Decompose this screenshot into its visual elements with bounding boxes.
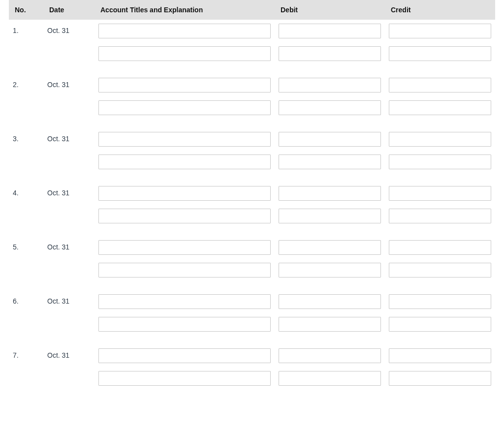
debit-input[interactable] [279, 100, 381, 115]
credit-input[interactable] [389, 348, 491, 363]
entry-date: Oct. 31 [43, 290, 94, 313]
credit-input[interactable] [389, 371, 491, 386]
entry-no [9, 151, 43, 173]
cell-credit [385, 236, 495, 259]
credit-input[interactable] [389, 317, 491, 332]
account-title-input[interactable] [98, 154, 271, 169]
account-title-input[interactable] [98, 186, 271, 201]
table-row: 3.Oct. 31 [9, 128, 495, 151]
credit-input[interactable] [389, 78, 491, 93]
account-title-input[interactable] [98, 371, 271, 386]
cell-credit [385, 313, 495, 336]
cell-account [94, 236, 275, 259]
cell-account [94, 367, 275, 390]
cell-account [94, 259, 275, 281]
entry-no [9, 367, 43, 390]
table-row [9, 259, 495, 281]
credit-input[interactable] [389, 294, 491, 309]
debit-input[interactable] [279, 294, 381, 309]
table-row [9, 313, 495, 336]
entry-no: 1. [9, 20, 43, 42]
debit-input[interactable] [279, 209, 381, 223]
account-title-input[interactable] [98, 294, 271, 309]
debit-input[interactable] [279, 317, 381, 332]
table-row: 2.Oct. 31 [9, 74, 495, 96]
entry-date: Oct. 31 [43, 236, 94, 259]
debit-input[interactable] [279, 46, 381, 61]
cell-credit [385, 42, 495, 65]
cell-account [94, 96, 275, 119]
entry-no [9, 313, 43, 336]
cell-debit [275, 290, 385, 313]
entry-date [43, 205, 94, 227]
cell-account [94, 42, 275, 65]
entry-date [43, 367, 94, 390]
account-title-input[interactable] [98, 317, 271, 332]
cell-debit [275, 205, 385, 227]
entry-spacer [9, 119, 495, 128]
cell-credit [385, 182, 495, 205]
credit-input[interactable] [389, 100, 491, 115]
table-row [9, 367, 495, 390]
table-row [9, 205, 495, 227]
header-account: Account Titles and Explanation [94, 0, 275, 20]
debit-input[interactable] [279, 132, 381, 147]
entry-date: Oct. 31 [43, 344, 94, 367]
credit-input[interactable] [389, 186, 491, 201]
debit-input[interactable] [279, 371, 381, 386]
cell-account [94, 20, 275, 42]
debit-input[interactable] [279, 154, 381, 169]
entry-spacer [9, 65, 495, 74]
account-title-input[interactable] [98, 132, 271, 147]
credit-input[interactable] [389, 240, 491, 255]
account-title-input[interactable] [98, 78, 271, 93]
debit-input[interactable] [279, 240, 381, 255]
account-title-input[interactable] [98, 24, 271, 38]
cell-debit [275, 259, 385, 281]
credit-input[interactable] [389, 24, 491, 38]
cell-account [94, 205, 275, 227]
credit-input[interactable] [389, 154, 491, 169]
debit-input[interactable] [279, 24, 381, 38]
debit-input[interactable] [279, 186, 381, 201]
cell-credit [385, 290, 495, 313]
credit-input[interactable] [389, 209, 491, 223]
credit-input[interactable] [389, 46, 491, 61]
entry-no: 7. [9, 344, 43, 367]
entry-no: 5. [9, 236, 43, 259]
account-title-input[interactable] [98, 263, 271, 278]
entry-no: 6. [9, 290, 43, 313]
cell-credit [385, 205, 495, 227]
entry-date [43, 151, 94, 173]
header-no: No. [9, 0, 43, 20]
entry-no [9, 42, 43, 65]
entry-date [43, 96, 94, 119]
entry-spacer [9, 281, 495, 290]
entry-no [9, 205, 43, 227]
account-title-input[interactable] [98, 46, 271, 61]
account-title-input[interactable] [98, 348, 271, 363]
credit-input[interactable] [389, 132, 491, 147]
account-title-input[interactable] [98, 240, 271, 255]
entry-date [43, 259, 94, 281]
cell-credit [385, 367, 495, 390]
table-row: 1.Oct. 31 [9, 20, 495, 42]
cell-debit [275, 42, 385, 65]
debit-input[interactable] [279, 78, 381, 93]
header-date: Date [43, 0, 94, 20]
debit-input[interactable] [279, 263, 381, 278]
entry-date: Oct. 31 [43, 20, 94, 42]
cell-credit [385, 151, 495, 173]
cell-credit [385, 259, 495, 281]
account-title-input[interactable] [98, 209, 271, 223]
debit-input[interactable] [279, 348, 381, 363]
cell-debit [275, 313, 385, 336]
cell-account [94, 182, 275, 205]
cell-account [94, 344, 275, 367]
cell-debit [275, 344, 385, 367]
header-debit: Debit [275, 0, 385, 20]
account-title-input[interactable] [98, 100, 271, 115]
credit-input[interactable] [389, 263, 491, 278]
cell-credit [385, 20, 495, 42]
table-row [9, 42, 495, 65]
